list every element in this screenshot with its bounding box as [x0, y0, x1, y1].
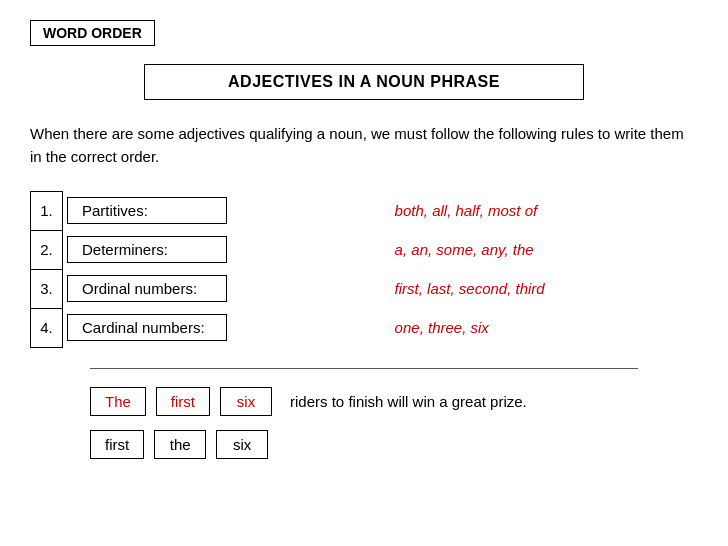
drag-words-row: first the six — [90, 430, 698, 459]
rule-example-2: a, an, some, any, the — [391, 230, 698, 269]
rule-row-1: 1. Partitives: both, all, half, most of — [31, 191, 698, 230]
main-title-box: ADJECTIVES IN A NOUN PHRASE — [144, 64, 584, 100]
sentence-area: The first six riders to finish will win … — [30, 387, 698, 459]
intro-text: When there are some adjectives qualifyin… — [30, 122, 698, 169]
rule-label-3: Ordinal numbers: — [63, 269, 391, 308]
sentence-word1[interactable]: The — [90, 387, 146, 416]
rule-num-2: 2. — [31, 230, 63, 269]
rules-table: 1. Partitives: both, all, half, most of … — [30, 191, 698, 348]
rule-label-4: Cardinal numbers: — [63, 308, 391, 347]
word-order-badge: WORD ORDER — [30, 20, 698, 64]
rule-example-4: one, three, six — [391, 308, 698, 347]
drag-word2[interactable]: the — [154, 430, 206, 459]
rule-label-1: Partitives: — [63, 191, 391, 230]
rule-label-2: Determiners: — [63, 230, 391, 269]
rule-num-4: 4. — [31, 308, 63, 347]
sentence-row: The first six riders to finish will win … — [90, 387, 698, 416]
sentence-tail: riders to finish will win a great prize. — [290, 393, 527, 410]
rule-example-3: first, last, second, third — [391, 269, 698, 308]
rule-example-1: both, all, half, most of — [391, 191, 698, 230]
rule-num-3: 3. — [31, 269, 63, 308]
rule-row-3: 3. Ordinal numbers: first, last, second,… — [31, 269, 698, 308]
drag-word1[interactable]: first — [90, 430, 144, 459]
rule-row-4: 4. Cardinal numbers: one, three, six — [31, 308, 698, 347]
sentence-word2[interactable]: first — [156, 387, 210, 416]
rule-row-2: 2. Determiners: a, an, some, any, the — [31, 230, 698, 269]
rule-num-1: 1. — [31, 191, 63, 230]
divider — [90, 368, 638, 369]
drag-word3[interactable]: six — [216, 430, 268, 459]
sentence-word3[interactable]: six — [220, 387, 272, 416]
